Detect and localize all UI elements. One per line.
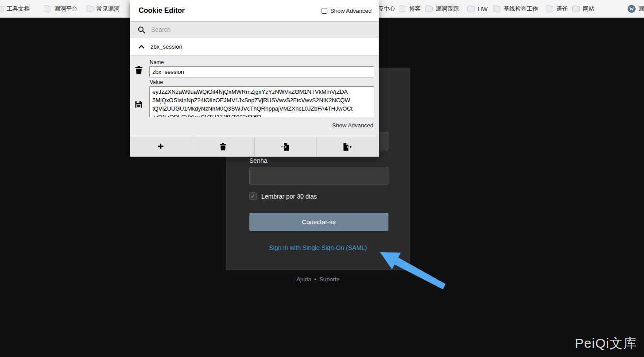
password-input[interactable] (249, 167, 388, 184)
cookie-row-name: zbx_session (151, 43, 182, 50)
import-cookies-button[interactable] (254, 137, 317, 156)
cookie-editor-toolbar: + (130, 137, 379, 156)
bookmark-item[interactable]: 漏洞跟踪 (425, 0, 459, 18)
cookie-search-input[interactable] (151, 26, 373, 33)
search-icon (138, 26, 145, 34)
folder-icon (399, 6, 406, 12)
login-button[interactable]: Conectar-se (249, 213, 388, 231)
help-link[interactable]: Ajuda (296, 276, 311, 283)
bookmark-item[interactable]: 工具文档 (0, 0, 30, 18)
cookie-search-row (130, 21, 379, 38)
bookmark-label: 漏 (639, 5, 644, 13)
value-field-label: Value (150, 79, 374, 85)
bookmark-label: 漏洞平台 (54, 5, 78, 13)
wordpress-icon: W (628, 5, 636, 13)
cookie-value-line: kzDNzODLCVYtnzCVTU33J6VT002d3I6R (152, 113, 371, 117)
plus-icon: + (158, 141, 164, 153)
bookmark-label: 漏洞跟踪 (436, 5, 459, 13)
bookmark-label: 博客 (409, 5, 421, 13)
show-advanced-checkbox[interactable] (322, 8, 327, 14)
folder-icon (493, 6, 500, 12)
cookie-editor-header: Cookie Editor Show Advanced (130, 0, 379, 21)
remember-checkbox-row[interactable]: ✓ Lembrar por 30 dias (249, 192, 317, 200)
folder-icon (44, 6, 51, 12)
bookmark-item[interactable]: 语雀 (546, 0, 568, 18)
links-separator: • (314, 276, 317, 283)
export-icon (343, 142, 353, 151)
show-advanced-label: Show Advanced (330, 8, 372, 14)
folder-icon (425, 6, 433, 12)
cookie-value-textarea[interactable]: eyJzZXNzaW9uaWQiOiI4NjQxMWRmZjgxYzYzNWVk… (149, 86, 374, 117)
delete-cookie-icon[interactable] (135, 65, 143, 75)
folder-icon (467, 6, 475, 12)
folder-icon (86, 6, 93, 12)
bookmark-label: HW (478, 6, 488, 12)
trash-icon (219, 142, 227, 151)
import-icon (280, 142, 290, 151)
cookie-value-line: 5MjQxOSIsInNpZ24iOiIzOEJMV1JxSnpZVjRUSVw… (152, 96, 371, 104)
cookie-editor-popup: Cookie Editor Show Advanced zbx_session (130, 0, 379, 157)
export-cookies-button[interactable] (316, 137, 379, 156)
bookmark-label: 网站 (583, 5, 594, 13)
popup-title: Cookie Editor (139, 7, 185, 15)
bookmark-item[interactable]: 网站 (572, 0, 594, 18)
add-cookie-button[interactable]: + (130, 137, 192, 156)
cookie-value-line: tQVlZUUGU1MkdyNzNhM0Q3SWJVcThQRnppajVMZX… (152, 104, 371, 113)
bookmark-item[interactable]: 应中心 (378, 0, 395, 18)
folder-icon (572, 6, 580, 12)
remember-checkbox[interactable]: ✓ (249, 192, 257, 200)
cookie-value-line: eyJzZXNzaW9uaWQiOiI4NjQxMWRmZjgxYzYzNWVk… (152, 88, 371, 96)
show-advanced-checkbox-row[interactable]: Show Advanced (322, 8, 372, 14)
delete-all-cookies-button[interactable] (192, 137, 254, 156)
bookmark-label: 基线检查工作 (504, 5, 538, 13)
bookmark-item[interactable]: 漏洞平台 (44, 0, 78, 18)
bookmark-item[interactable]: W 漏 (628, 0, 644, 18)
bookmark-label: 语雀 (556, 5, 568, 13)
checkmark-icon: ✓ (251, 193, 256, 200)
show-advanced-link[interactable]: Show Advanced (332, 122, 373, 129)
password-label: Senha (249, 157, 267, 164)
chevron-up-icon (139, 45, 144, 49)
folder-icon (546, 6, 553, 12)
bookmark-label: 常见漏洞 (97, 5, 120, 13)
bookmark-item[interactable]: HW (467, 0, 488, 18)
name-field-label: Name (150, 59, 374, 65)
save-cookie-icon[interactable] (135, 100, 143, 108)
folder-icon (0, 6, 4, 12)
cookie-row-zbx-session[interactable]: zbx_session (130, 38, 379, 55)
saml-signin-link[interactable]: Sign in with Single Sign-On (SAML) (226, 244, 410, 251)
bookmark-label: 应中心 (378, 5, 395, 13)
bookmark-item[interactable]: 常见漏洞 (86, 0, 120, 18)
cookie-detail-section: Name Value eyJzZXNzaW9uaWQiOiI4NjQxMWRmZ… (130, 55, 379, 137)
support-link[interactable]: Suporte (319, 276, 340, 283)
bookmark-item[interactable]: 基线检查工作 (493, 0, 538, 18)
bookmark-label: 工具文档 (7, 5, 30, 13)
footer-links: Ajuda•Suporte (226, 276, 410, 283)
remember-label: Lembrar por 30 dias (261, 193, 317, 200)
watermark-text: PeiQi文库 (575, 334, 637, 353)
bookmark-item[interactable]: 博客 (399, 0, 421, 18)
cookie-name-input[interactable] (149, 66, 374, 77)
